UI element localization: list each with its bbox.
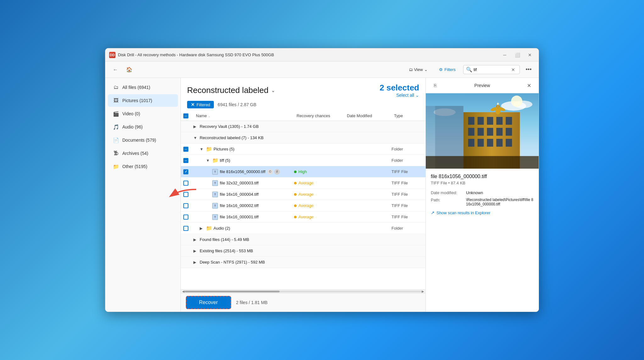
checkbox-file-16x16-2[interactable] (183, 203, 188, 208)
audio-folder-icon: 📁 (206, 225, 212, 231)
group-row-reconstructed-labeled[interactable]: ▼ Reconstructed labeled (7) - 134 KB (181, 132, 425, 144)
row-file-816x1056[interactable]: T file 816x1056_000000.tiff © # High (181, 166, 425, 177)
expand-icon-tiff-folder[interactable]: ▼ (206, 158, 212, 163)
row-name-text-pictures-folder: Pictures (5) (214, 147, 234, 151)
row-recovery-file-16x16-2: Average (294, 203, 344, 208)
back-button[interactable]: ← (110, 65, 120, 75)
close-preview-button[interactable]: ✕ (525, 81, 534, 90)
row-file-16x16-1[interactable]: T file 16x16_000001.tiff Average TIFF Fi… (181, 211, 425, 223)
more-options-button[interactable]: ••• (524, 65, 534, 75)
group-row-existing-files[interactable]: ▶ Existing files (2514) - 553 MB (181, 245, 425, 257)
recovery-label-avg-5: Average (298, 215, 314, 219)
sidebar-item-audio[interactable]: 🎵 Audio (96) (108, 121, 178, 133)
svg-rect-10 (506, 117, 512, 125)
scrollbar-track (185, 291, 422, 292)
close-button[interactable]: ✕ (525, 51, 535, 59)
recovery-dot-avg-5 (294, 216, 297, 218)
row-audio-folder[interactable]: ▶ 📁 Audio (2) Folder (181, 223, 425, 234)
search-clear-button[interactable]: ✕ (511, 67, 515, 72)
checkbox-tiff-folder[interactable] (183, 158, 188, 163)
tiff-icon-img-file2: T (212, 180, 218, 186)
sidebar-item-video[interactable]: 🎬 Video (0) (108, 107, 178, 120)
row-name-file-16x16-4: file 16x16_000004.tiff (220, 192, 294, 197)
sidebar-item-pictures[interactable]: 🖼 Pictures (1017) (108, 94, 178, 107)
home-button[interactable]: 🏠 (124, 65, 134, 75)
expand-icon-reconstructed-labeled[interactable]: ▼ (193, 136, 200, 140)
preview-date-value: Unknown (466, 190, 483, 195)
svg-rect-9 (496, 117, 502, 125)
group-row-deep-scan[interactable]: ▶ Deep Scan - NTFS (2971) - 592 MB (181, 257, 425, 268)
tiff-file-icon-file2: T (212, 180, 220, 186)
expand-icon-deep-scan[interactable]: ▶ (193, 260, 200, 265)
sidebar-item-all-files[interactable]: 🗂 All files (6941) (108, 81, 178, 94)
sidebar-item-other[interactable]: 📁 Other (5195) (108, 160, 178, 173)
row-file-16x16-2[interactable]: T file 16x16_000002.tiff Average TIFF Fi… (181, 200, 425, 211)
row-name-text-deep-scan: Deep Scan - NTFS (2971) - 592 MB (200, 260, 265, 265)
row-tiff-folder[interactable]: ▼ 📁 tiff (5) Folder (181, 155, 425, 166)
sidebar: 🗂 All files (6941) 🖼 Pictures (1017) 🎬 V… (105, 78, 181, 312)
svg-rect-19 (496, 139, 502, 147)
scroll-right-button[interactable]: ▶ (422, 290, 424, 293)
sidebar-label-pictures: Pictures (1017) (122, 98, 152, 103)
row-type-audio-folder: Folder (391, 226, 423, 231)
maximize-button[interactable]: ⬜ (512, 51, 522, 59)
expand-icon-existing-files[interactable]: ▶ (193, 249, 200, 253)
content-title-text: Reconstructed labeled (187, 85, 269, 95)
horizontal-scrollbar[interactable]: ◀ ▶ (181, 289, 425, 293)
preview-filename: file 816x1056_000000.tiff (431, 174, 534, 179)
row-cb-file-16x16-2[interactable] (183, 203, 193, 208)
filter-bar: ✕ Filtered 6941 files / 2.87 GB (187, 101, 419, 108)
select-all-label: Select all (396, 93, 414, 98)
checkbox-file-816x1056[interactable] (183, 169, 188, 174)
row-file-16x16-4[interactable]: T file 16x16_000004.tiff Average TIFF Fi… (181, 189, 425, 200)
checkbox-audio-folder[interactable] (183, 226, 188, 231)
preview-image (426, 93, 539, 169)
row-cb-pictures-folder[interactable] (183, 147, 193, 152)
scrollbar-thumb[interactable] (185, 291, 280, 292)
row-cb-tiff-folder[interactable] (183, 158, 193, 163)
row-cb-file-16x16-1[interactable] (183, 215, 193, 220)
show-scan-results-button[interactable]: ↗ Show scan results in Explorer (431, 206, 490, 219)
content-header: Reconstructed labeled ⌄ 2 selected Selec… (181, 78, 425, 111)
filter-chip[interactable]: ✕ Filtered (187, 101, 214, 108)
sidebar-item-archives[interactable]: 🗜 Archives (54) (108, 147, 178, 160)
row-type-file-816x1056: TIFF File (391, 169, 423, 174)
checkbox-file-16x16-4[interactable] (183, 192, 188, 197)
row-pictures-folder[interactable]: ▼ 📁 Pictures (5) Folder (181, 144, 425, 155)
expand-icon-audio-folder[interactable]: ▶ (200, 226, 206, 231)
copy-preview-button[interactable]: ⎘ (431, 81, 440, 90)
expand-icon-recovery-vault[interactable]: ▶ (193, 124, 200, 129)
sidebar-item-documents[interactable]: 📄 Documents (579) (108, 134, 178, 146)
checkbox-file-16x16-1[interactable] (183, 215, 188, 220)
row-cb-file-816x1056[interactable] (183, 169, 193, 174)
minimize-button[interactable]: ─ (500, 51, 510, 59)
view-button[interactable]: 🗂 View ⌄ (405, 65, 431, 74)
scroll-left-button[interactable]: ◀ (182, 290, 185, 293)
row-type-file-32x32: TIFF File (391, 181, 423, 185)
content-title-chevron-icon[interactable]: ⌄ (271, 87, 275, 93)
folder-icon-pictures: 📁 (206, 146, 214, 152)
recover-button[interactable]: Recover (186, 296, 231, 309)
row-name-file-32x32: file 32x32_000003.tiff (220, 181, 294, 185)
filter-chip-x-icon: ✕ (191, 102, 195, 107)
search-input[interactable] (474, 67, 511, 72)
row-cb-audio-folder[interactable] (183, 226, 193, 231)
filter-chip-label: Filtered (197, 102, 210, 107)
copyright-icon: © (267, 169, 273, 175)
checkbox-file-32x32[interactable] (183, 181, 188, 186)
filters-button[interactable]: ⚙ Filters (435, 65, 459, 74)
expand-icon-pictures-folder[interactable]: ▼ (200, 147, 206, 151)
checkbox-pictures-folder[interactable] (183, 147, 188, 152)
row-cb-file-16x16-4[interactable] (183, 192, 193, 197)
select-all-button[interactable]: Select all ⌄ (396, 93, 419, 98)
row-type-tiff-folder: Folder (391, 158, 423, 163)
header-checkbox[interactable] (183, 113, 193, 118)
group-row-found-files[interactable]: ▶ Found files (144) - 5.49 MB (181, 234, 425, 245)
expand-icon-found-files[interactable]: ▶ (193, 237, 200, 242)
row-type-pictures-folder: Folder (391, 147, 423, 151)
row-cb-file-32x32[interactable] (183, 181, 193, 186)
header-checkbox-box[interactable] (183, 113, 188, 118)
video-icon: 🎬 (113, 111, 119, 117)
group-row-recovery-vault[interactable]: ▶ Recovery Vault (1305) - 1.74 GB (181, 121, 425, 132)
row-file-32x32[interactable]: T file 32x32_000003.tiff Average TIFF Fi… (181, 177, 425, 189)
